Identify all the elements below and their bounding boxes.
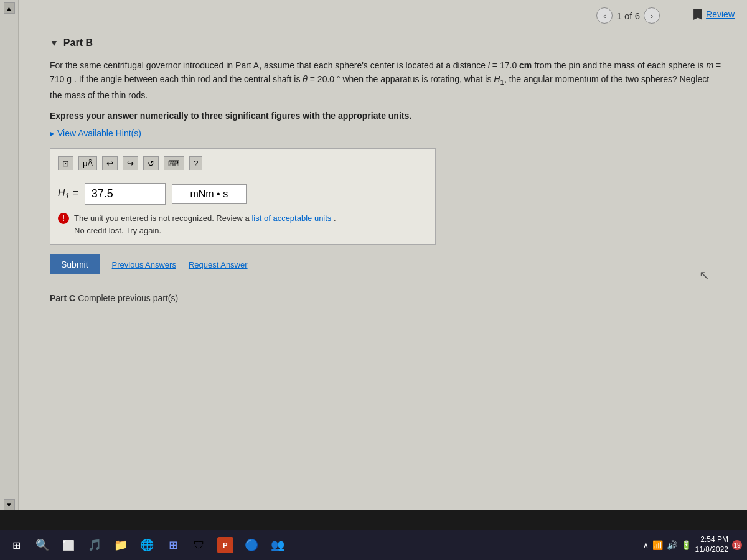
part-c-description: Complete previous part(s) [78,293,178,303]
windows-icon: ⊞ [12,539,21,551]
refresh-button[interactable]: ↺ [143,156,159,170]
browser-icon: 🌐 [140,538,154,552]
redo-icon: ↪ [127,159,134,168]
content-panel: ‹ 1 of 6 › Review ▼ Part B For the same … [19,0,747,510]
answer-input[interactable] [85,183,166,205]
mu-button[interactable]: μÂ [78,156,97,170]
mu-icon: μÂ [83,159,93,168]
taskbar-app-grid[interactable]: ⊞ [162,534,184,556]
undo-button[interactable]: ↩ [102,156,118,170]
folder-icon: 📁 [114,538,128,552]
left-sidebar: ▲ ▼ [0,0,19,510]
error-message: ! The unit you entered is not recognized… [58,212,428,236]
taskview-icon: ⬜ [62,539,75,551]
part-c-section: Part C Complete previous part(s) [50,293,722,303]
submit-button[interactable]: Submit [50,254,100,274]
chrome-icon: 🔵 [245,538,258,552]
taskbar-teams[interactable]: 👥 [266,534,289,556]
part-title: Part B [63,37,93,49]
error-text: The unit you entered is not recognized. … [74,212,336,236]
answer-box: ⊡ μÂ ↩ ↪ ↺ ⌨ [50,148,436,245]
taskbar-windows-start[interactable]: ⊞ [5,534,27,556]
scroll-up[interactable]: ▲ [4,2,15,14]
part-b-section: ▼ Part B For the same centrifugal govern… [50,37,722,303]
submit-area: Submit Previous Answers Request Answer [50,254,722,274]
answer-toolbar: ⊡ μÂ ↩ ↪ ↺ ⌨ [58,156,428,175]
media-icon: 🎵 [88,538,101,552]
part-header: ▼ Part B [50,37,722,49]
teams-icon: 👥 [271,538,284,552]
taskbar-file-explorer[interactable]: 📁 [110,534,132,556]
undo-icon: ↩ [106,159,113,168]
bookmark-icon [693,9,702,20]
page-navigation: ‹ 1 of 6 › [596,7,660,24]
view-hints-link[interactable]: View Available Hint(s) [50,128,722,138]
taskbar-media[interactable]: 🎵 [83,534,106,556]
notification-badge: 19 [732,540,742,550]
battery-icon[interactable]: 🔋 [681,540,692,550]
unit-display: mNm • s [172,184,247,204]
keyboard-button[interactable]: ⌨ [164,156,184,170]
part-collapse-arrow[interactable]: ▼ [50,38,59,48]
previous-answers-link[interactable]: Previous Answers [112,260,176,269]
answer-label: H1 = [58,187,78,200]
taskbar-browser[interactable]: 🌐 [136,534,158,556]
taskbar-taskview[interactable]: ⬜ [57,534,80,556]
redo-button[interactable]: ↪ [123,156,138,170]
help-icon: ? [194,159,198,168]
notification-area[interactable]: 19 [732,540,742,550]
system-tray: ∧ 📶 🔊 🔋 2:54 PM 11/8/2022 19 [643,535,742,554]
matrix-icon: ⊡ [62,159,69,168]
keyboard-icon: ⌨ [168,159,180,168]
volume-icon[interactable]: 🔊 [667,540,677,550]
page-counter: 1 of 6 [616,11,640,21]
app-grid-icon: ⊞ [169,538,178,552]
time-text: 2:54 PM [695,535,728,545]
date-text: 11/8/2022 [695,545,728,555]
part-c-label: Part C [50,293,75,303]
taskbar-chrome[interactable]: 🔵 [240,534,263,556]
taskbar: ⊞ 🔍 ⬜ 🎵 📁 🌐 ⊞ 🛡 P 🔵 👥 ∧ 📶 [0,530,747,560]
request-answer-link[interactable]: Request Answer [189,260,248,269]
shield-icon: 🛡 [194,539,205,552]
error-icon: ! [58,213,69,224]
matrix-button[interactable]: ⊡ [58,156,73,170]
instruction-text: Express your answer numerically to three… [50,111,722,121]
error-main-text: The unit you entered is not recognized. … [74,213,251,223]
help-button[interactable]: ? [189,156,202,170]
review-section[interactable]: Review [693,9,735,20]
next-page-button[interactable]: › [644,7,660,24]
problem-text: For the same centrifugal governor introd… [50,58,722,102]
network-icon[interactable]: 📶 [652,540,663,550]
tray-expand[interactable]: ∧ [643,541,649,549]
taskbar-security[interactable]: 🛡 [188,534,210,556]
time-display[interactable]: 2:54 PM 11/8/2022 [695,535,728,554]
review-link[interactable]: Review [706,9,735,19]
taskbar-search[interactable]: 🔍 [31,534,54,556]
refresh-icon: ↺ [148,159,154,168]
error-secondary-text: No credit lost. Try again. [74,226,161,235]
acceptable-units-link[interactable]: list of acceptable units [251,213,331,223]
error-period: . [334,213,336,223]
scroll-down[interactable]: ▼ [4,499,15,510]
answer-input-row: H1 = mNm • s [58,183,428,205]
prev-page-button[interactable]: ‹ [596,7,613,24]
powerpoint-icon: P [217,537,233,553]
search-icon: 🔍 [35,538,49,552]
taskbar-powerpoint[interactable]: P [214,534,237,556]
